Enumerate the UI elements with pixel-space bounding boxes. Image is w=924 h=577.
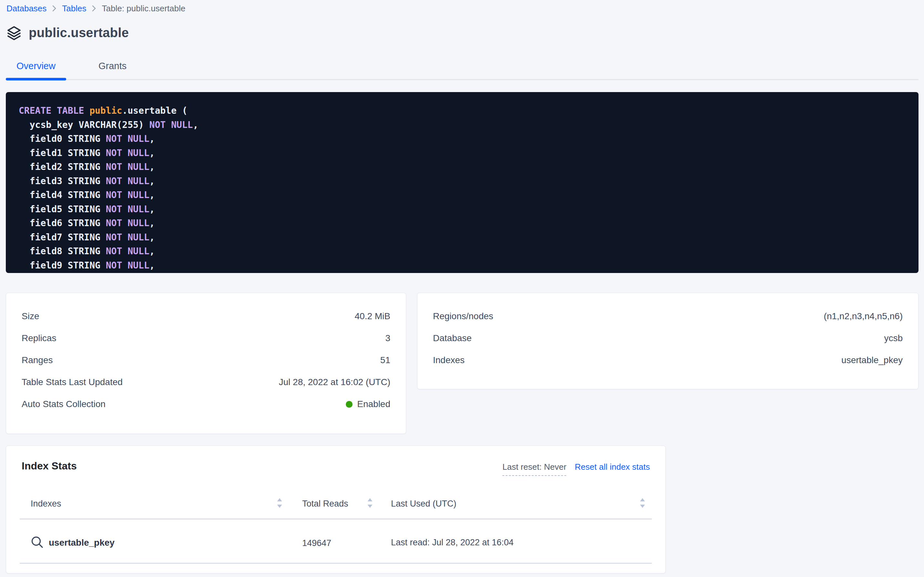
table-row: usertable_pkey 149647 Last read: Jul 28,… [22, 523, 650, 562]
index-stats-title: Index Stats [22, 460, 77, 472]
breadcrumb-current: Table: public.usertable [102, 3, 185, 14]
detail-row-regions: Regions/nodes (n1,n2,n3,n4,n5,n6) [433, 305, 903, 327]
detail-value: 40.2 MiB [355, 311, 390, 321]
detail-label: Replicas [22, 333, 56, 343]
tabs-divider [6, 79, 919, 80]
detail-row-stats-updated: Table Stats Last Updated Jul 28, 2022 at… [22, 371, 390, 393]
detail-label: Auto Stats Collection [22, 399, 106, 409]
page-title: public.usertable [29, 26, 129, 40]
detail-value: Enabled [346, 399, 390, 409]
breadcrumb-link-databases[interactable]: Databases [6, 3, 47, 14]
status-badge: Enabled [357, 399, 390, 409]
detail-label: Table Stats Last Updated [22, 377, 123, 387]
detail-row-ranges: Ranges 51 [22, 349, 390, 371]
status-enabled-dot [346, 401, 352, 408]
detail-row-indexes: Indexes usertable_pkey [433, 349, 903, 371]
index-last-used: Last read: Jul 28, 2022 at 16:04 [391, 538, 514, 548]
detail-value: Jul 28, 2022 at 16:02 (UTC) [279, 377, 390, 387]
reset-all-index-stats-link[interactable]: Reset all index stats [575, 462, 650, 472]
chevron-right-icon [92, 5, 96, 12]
chevron-right-icon [52, 5, 56, 12]
breadcrumb-link-tables[interactable]: Tables [62, 3, 86, 14]
column-header-indexes[interactable]: Indexes [31, 499, 61, 509]
index-name-link[interactable]: usertable_pkey [49, 538, 115, 548]
tab-grants[interactable]: Grants [82, 61, 143, 71]
detail-value: 3 [385, 333, 390, 343]
table-header-divider [20, 519, 652, 519]
detail-label: Database [433, 333, 472, 343]
table-location-card: Regions/nodes (n1,n2,n3,n4,n5,n6) Databa… [417, 293, 919, 389]
last-reset-label: Last reset: Never [502, 462, 566, 476]
search-icon [30, 535, 44, 551]
detail-value: usertable_pkey [841, 355, 903, 365]
detail-label: Regions/nodes [433, 311, 493, 321]
tab-overview[interactable]: Overview [6, 61, 66, 71]
detail-row-auto-stats: Auto Stats Collection Enabled [22, 393, 390, 415]
index-stats-actions: Last reset: Never Reset all index stats [502, 462, 650, 476]
index-stats-table-header: Indexes Total Reads Last Used (UTC) [22, 494, 650, 514]
layers-icon [6, 25, 22, 40]
sort-icon[interactable] [639, 497, 646, 511]
detail-value: 51 [380, 355, 390, 365]
sort-icon[interactable] [366, 497, 374, 511]
table-row-divider [20, 563, 652, 564]
breadcrumb: Databases Tables Table: public.usertable [6, 2, 185, 15]
sql-code: CREATE TABLE public.usertable ( ycsb_key… [19, 104, 906, 272]
table-details-card: Size 40.2 MiB Replicas 3 Ranges 51 Table… [6, 293, 406, 434]
page-header: public.usertable [6, 25, 129, 40]
sort-icon[interactable] [276, 497, 283, 511]
index-stats-card: Index Stats Last reset: Never Reset all … [6, 445, 666, 574]
table-details-page: Databases Tables Table: public.usertable… [0, 0, 924, 577]
index-total-reads: 149647 [302, 538, 331, 548]
detail-label: Ranges [22, 355, 53, 365]
detail-value: (n1,n2,n3,n4,n5,n6) [824, 311, 903, 321]
detail-label: Size [22, 311, 39, 321]
create-table-sql-box[interactable]: CREATE TABLE public.usertable ( ycsb_key… [6, 92, 919, 273]
detail-row-size: Size 40.2 MiB [22, 305, 390, 327]
detail-value: ycsb [884, 333, 903, 343]
column-header-last-used[interactable]: Last Used (UTC) [391, 499, 456, 509]
detail-row-database: Database ycsb [433, 327, 903, 349]
active-tab-underline [6, 78, 66, 81]
column-header-total-reads[interactable]: Total Reads [302, 499, 348, 509]
detail-row-replicas: Replicas 3 [22, 327, 390, 349]
detail-label: Indexes [433, 355, 464, 365]
